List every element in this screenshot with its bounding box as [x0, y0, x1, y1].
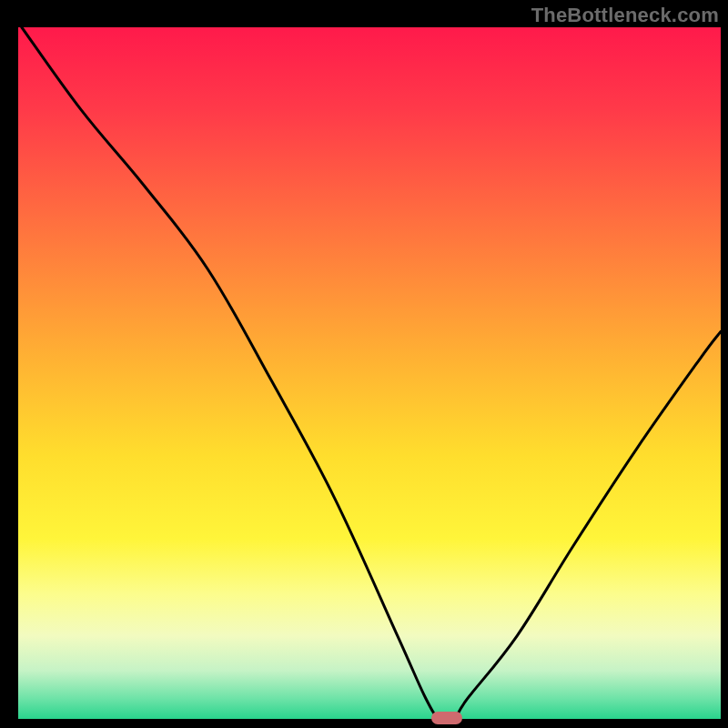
- optimal-marker: [431, 712, 462, 724]
- bottleneck-chart: [18, 27, 721, 719]
- chart-container: TheBottleneck.com: [0, 0, 728, 728]
- chart-background-gradient: [18, 27, 721, 719]
- watermark-text: TheBottleneck.com: [531, 4, 719, 27]
